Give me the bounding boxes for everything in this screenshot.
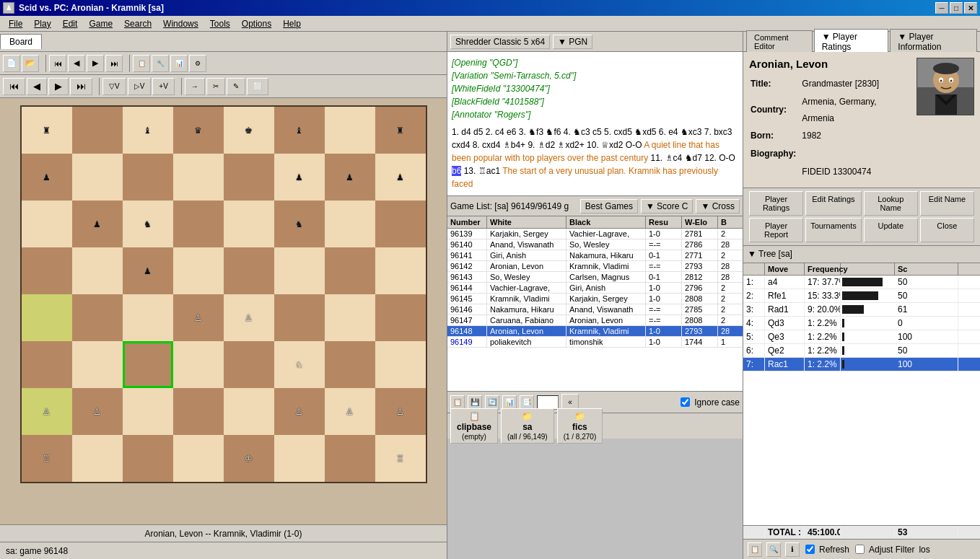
tree-row[interactable]: 6:Qe21: 2.2%50	[743, 344, 980, 358]
square-a8[interactable]: ♜	[22, 107, 72, 154]
toolbar-icon1[interactable]: 📋	[133, 55, 150, 72]
square-b2[interactable]: ♙	[72, 388, 123, 435]
square-h1[interactable]: ♖	[375, 435, 426, 482]
menu-item-file[interactable]: File	[3, 17, 28, 30]
square-d3[interactable]	[173, 341, 224, 388]
player-info-tab[interactable]: ▼ Player Information	[890, 29, 977, 54]
menu-item-game[interactable]: Game	[83, 17, 118, 30]
game-row[interactable]: 96144Vachier-Lagrave,Giri, Anish1-027962	[447, 283, 743, 294]
game-row[interactable]: 96149poliakevitchtimonshik1-017441	[447, 337, 743, 348]
square-h4[interactable]	[375, 294, 426, 341]
square-a6[interactable]	[22, 201, 72, 247]
tree-row[interactable]: 3:Rad19: 20.0%61	[743, 303, 980, 317]
square-f2[interactable]: ♙	[274, 388, 325, 435]
menu-item-tools[interactable]: Tools	[204, 17, 236, 30]
square-a4[interactable]	[22, 294, 72, 341]
cross-btn[interactable]: ▼ Cross	[696, 199, 740, 214]
toolbar-icon4[interactable]: ⚙	[189, 55, 206, 72]
nav-promote[interactable]: →	[185, 78, 205, 95]
square-e3[interactable]	[224, 341, 274, 388]
best-games-btn[interactable]: Best Games	[580, 199, 638, 214]
square-c5[interactable]: ♟	[123, 247, 173, 294]
tree-icon3[interactable]: ℹ	[785, 542, 800, 557]
gl-toolbar-btn2[interactable]: 💾	[468, 395, 482, 410]
fics-btn[interactable]: 📁 fics (1 / 8,270)	[557, 408, 603, 444]
square-c7[interactable]	[123, 154, 173, 201]
square-d1[interactable]	[173, 435, 224, 482]
square-e1[interactable]: ♔	[224, 435, 274, 482]
square-f4[interactable]	[274, 294, 325, 341]
square-f8[interactable]: ♝	[274, 107, 325, 154]
maximize-button[interactable]: □	[950, 2, 963, 14]
square-e2[interactable]	[224, 388, 274, 435]
nav-start[interactable]: ⏮	[49, 55, 66, 72]
score-btn[interactable]: ▼ Score C	[641, 199, 694, 214]
square-e8[interactable]: ♚	[224, 107, 274, 154]
square-a1[interactable]: ♖	[22, 435, 72, 482]
chess-board[interactable]: ♜♝♛♚♝♜♟♟♟♟♟♞♞♟♙♙♘♙♙♙♙♙♖♔♖	[20, 105, 427, 483]
menu-item-search[interactable]: Search	[118, 17, 157, 30]
square-a5[interactable]	[22, 247, 72, 294]
square-d7[interactable]	[173, 154, 224, 201]
minimize-button[interactable]: ─	[935, 2, 948, 14]
square-h3[interactable]	[375, 341, 426, 388]
sa-btn[interactable]: 📁 sa (all / 96,149)	[501, 408, 554, 444]
game-row[interactable]: 96139Karjakin, SergeyVachier-Lagrave,1-0…	[447, 229, 743, 239]
square-g5[interactable]	[325, 247, 375, 294]
square-d8[interactable]: ♛	[173, 107, 224, 154]
nav-copy[interactable]: ⬜	[247, 78, 268, 95]
nav-edit[interactable]: ✎	[227, 78, 245, 95]
square-e7[interactable]	[224, 154, 274, 201]
square-d2[interactable]	[173, 388, 224, 435]
menu-item-play[interactable]: Play	[28, 17, 56, 30]
square-b6[interactable]: ♟	[72, 201, 123, 247]
player-ratings-tab[interactable]: ▼ Player Ratings	[814, 29, 889, 54]
clipbase-btn[interactable]: 📋 clipbase (empty)	[450, 408, 498, 444]
nav-var-back[interactable]: ▽V	[102, 78, 126, 95]
square-d6[interactable]	[173, 201, 224, 247]
gl-toolbar-btn1[interactable]: 📋	[450, 395, 465, 410]
game-row[interactable]: 96145Kramnik, VladimiKarjakin, Sergey1-0…	[447, 294, 743, 304]
menu-item-help[interactable]: Help	[277, 17, 307, 30]
refresh-checkbox[interactable]	[805, 545, 815, 554]
square-e4[interactable]: ♙	[224, 294, 274, 341]
tree-row[interactable]: 5:Qe31: 2.2%100	[743, 330, 980, 344]
square-e5[interactable]	[224, 247, 274, 294]
nav-add-var[interactable]: +V	[152, 78, 175, 95]
tree-row[interactable]: 2:Rfe115: 33.3%50	[743, 289, 980, 303]
nav-fwd[interactable]: ▶	[87, 55, 104, 72]
square-h6[interactable]	[375, 201, 426, 247]
title-buttons[interactable]: ─ □ ✕	[935, 2, 977, 14]
close-button[interactable]: ✕	[964, 2, 977, 14]
square-h7[interactable]: ♟	[375, 154, 426, 201]
pgn-tab[interactable]: ▼ PGN	[553, 35, 592, 49]
square-g6[interactable]	[325, 201, 375, 247]
square-c8[interactable]: ♝	[123, 107, 173, 154]
game-row[interactable]: 96141Giri, AnishNakamura, Hikaru0-127712	[447, 250, 743, 261]
square-d4[interactable]: ♙	[173, 294, 224, 341]
game-row[interactable]: 96146Nakamura, HikaruAnand, Viswanath=-=…	[447, 304, 743, 315]
menu-item-options[interactable]: Options	[236, 17, 277, 30]
square-f3[interactable]: ♘	[274, 341, 325, 388]
game-row[interactable]: 96147Caruana, FabianoAronian, Levon=-=28…	[447, 315, 743, 326]
menu-item-windows[interactable]: Windows	[157, 17, 204, 30]
square-f5[interactable]	[274, 247, 325, 294]
game-row[interactable]: 96143So, WesleyCarlsen, Magnus0-1281228	[447, 272, 743, 283]
square-c4[interactable]	[123, 294, 173, 341]
toolbar-icon3[interactable]: 📊	[170, 55, 188, 72]
player-ratings-btn[interactable]: Player Ratings	[749, 191, 803, 216]
square-b7[interactable]	[72, 154, 123, 201]
game-row[interactable]: 96142Aronian, LevonKramnik, Vladimi=-=27…	[447, 261, 743, 272]
nav-first[interactable]: ⏮	[3, 78, 25, 95]
square-f1[interactable]	[274, 435, 325, 482]
square-c2[interactable]	[123, 388, 173, 435]
nav-var-fwd[interactable]: ▷V	[128, 78, 152, 95]
comment-editor-tab[interactable]: Comment Editor	[746, 30, 813, 53]
square-f7[interactable]: ♟	[274, 154, 325, 201]
square-c1[interactable]	[123, 435, 173, 482]
square-h2[interactable]: ♙	[375, 388, 426, 435]
nav-delete[interactable]: ✂	[206, 78, 225, 95]
tree-row[interactable]: 1:a417: 37.7%50	[743, 276, 980, 289]
gl-toolbar-btn4[interactable]: 📊	[502, 395, 517, 410]
shredder-tab[interactable]: Shredder Classic 5 x64	[450, 35, 550, 49]
